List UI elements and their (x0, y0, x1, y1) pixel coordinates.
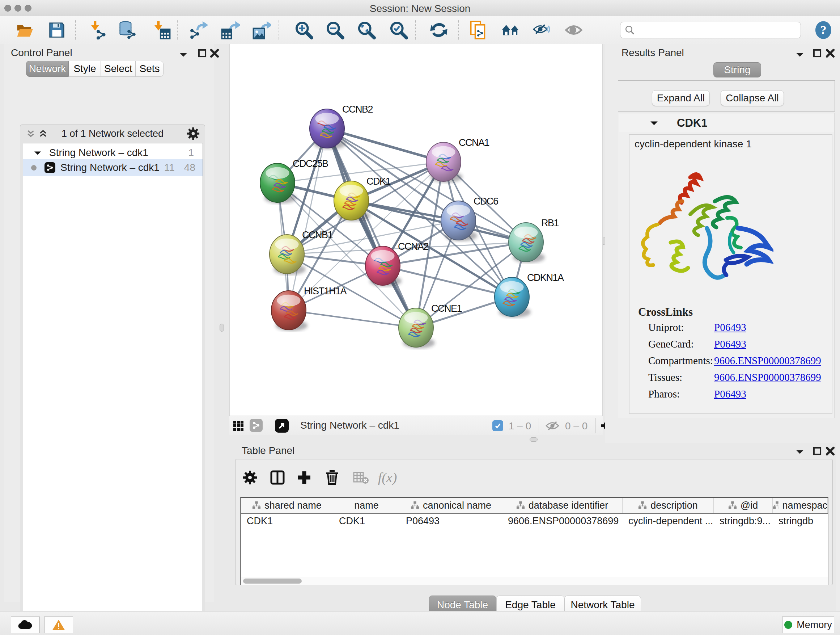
table-hscrollbar[interactable] (240, 577, 829, 585)
network-type-share-icon[interactable] (249, 419, 263, 432)
table-columns-icon[interactable] (267, 467, 287, 488)
export-table-icon[interactable] (219, 19, 242, 41)
tab-string[interactable]: String (714, 62, 761, 78)
edge-HIST1H1A-CCNE1[interactable] (289, 310, 416, 328)
memory-button[interactable]: Memory (782, 616, 834, 633)
edge-CCNB2-CCNE1[interactable] (327, 128, 416, 328)
results-panel-menu-caret-icon[interactable] (796, 52, 804, 57)
export-network-icon[interactable] (187, 19, 210, 41)
zoom-fit-icon[interactable] (355, 19, 378, 41)
tab-sets[interactable]: Sets (136, 61, 164, 77)
string-home-icon[interactable] (499, 19, 522, 41)
entry-header[interactable]: CDK1 (619, 114, 834, 132)
control-panel-float-icon[interactable] (197, 49, 207, 58)
view-network-title: String Network – cdk1 (300, 420, 399, 431)
node-table[interactable]: shared namenamecanonical namedatabase id… (240, 497, 829, 577)
node-CCNA2[interactable] (365, 246, 401, 287)
cell-canonical-name[interactable]: P06493 (400, 514, 502, 529)
network-options-gear-icon[interactable] (187, 127, 200, 140)
crosslink-label: Pharos: (648, 388, 714, 400)
results-entry-box: CDK1 cyclin-dependent kinase 1 (618, 113, 835, 418)
table-row[interactable]: CDK1CDK1P064939606.ENSP00000378699cyclin… (241, 514, 828, 529)
toolbar-separator (75, 20, 76, 40)
column-header-name[interactable]: name (333, 498, 400, 513)
column-header-namespac[interactable]: namespac (773, 498, 828, 513)
node-CCNA1[interactable] (426, 142, 462, 182)
crosslink-link[interactable]: 9606.ENSP00000378699 (714, 371, 821, 383)
node-CCNB1[interactable] (270, 234, 306, 275)
node-CDKN1A[interactable] (494, 277, 531, 318)
table-panel-float-icon[interactable] (813, 447, 822, 456)
results-panel-float-icon[interactable] (813, 49, 822, 58)
table-panel-menu-caret-icon[interactable] (796, 449, 804, 454)
node-RB1[interactable] (508, 223, 545, 263)
cloud-status-button[interactable] (11, 616, 40, 633)
collapse-all-button[interactable]: Collapse All (721, 90, 784, 106)
left-splitter-grip[interactable] (219, 324, 224, 332)
open-session-icon[interactable] (13, 19, 36, 41)
node-CDK1[interactable] (334, 181, 370, 221)
import-table-icon[interactable] (150, 19, 172, 41)
export-image-icon[interactable] (251, 19, 273, 41)
column-header-shared-name[interactable]: shared name (241, 498, 333, 513)
expand-all-button[interactable]: Expand All (652, 90, 710, 106)
network-row-selected[interactable]: String Network – cdk1 11 48 (23, 159, 202, 176)
table-gear-icon[interactable] (240, 467, 260, 488)
tab-select[interactable]: Select (101, 61, 136, 77)
control-panel-menu-caret-icon[interactable] (180, 52, 187, 57)
refresh-icon[interactable] (428, 19, 450, 41)
crosslink-link[interactable]: P06493 (714, 321, 746, 333)
zoom-out-icon[interactable] (324, 19, 346, 41)
node-CCNB2[interactable] (309, 109, 346, 149)
table-hscrollbar-thumb[interactable] (243, 578, 302, 584)
results-panel-close-icon[interactable] (826, 49, 835, 58)
crosslink-link[interactable]: 9606.ENSP00000378699 (714, 355, 821, 366)
open-in-window-icon[interactable] (275, 419, 289, 432)
search-box[interactable] (620, 22, 801, 38)
network-graph[interactable]: CCNB2CCNA1CDC25BCDK1CDC6RB1CCNB1CCNA2CDK… (230, 44, 602, 415)
warnings-button[interactable] (44, 616, 73, 633)
cell-namespac[interactable]: stringdb (773, 514, 828, 529)
horizontal-splitter-grip[interactable] (530, 437, 538, 442)
collection-expand-caret-icon[interactable] (34, 150, 41, 155)
save-session-icon[interactable] (46, 19, 68, 41)
hidden-node-edge-counts: 0 – 0 (565, 420, 587, 432)
table-delete-icon[interactable] (322, 467, 342, 488)
crosslink-link[interactable]: P06493 (714, 338, 746, 350)
cell-shared-name[interactable]: CDK1 (241, 514, 333, 529)
node-CCNE1[interactable] (399, 308, 435, 348)
search-input[interactable] (635, 25, 794, 36)
cell-database-identifier[interactable]: 9606.ENSP00000378699 (502, 514, 622, 529)
selected-checkbox[interactable] (493, 420, 503, 431)
column-header-database-identifier[interactable]: database identifier (502, 498, 622, 513)
clone-network-icon[interactable] (467, 19, 490, 41)
import-network-database-icon[interactable] (117, 19, 139, 41)
cell-@id[interactable]: stringdb:9... (714, 514, 773, 529)
help-icon[interactable]: ? (812, 19, 835, 41)
control-panel-close-icon[interactable] (210, 49, 219, 58)
node-CDC6[interactable] (441, 201, 477, 241)
edge-CCNB2-HIST1H1A[interactable] (289, 128, 327, 310)
table-add-icon[interactable] (294, 467, 314, 488)
column-header-description[interactable]: description (622, 498, 714, 513)
network-collection-row[interactable]: String Network – cdk1 1 (23, 146, 202, 159)
zoom-selected-icon[interactable] (387, 19, 410, 41)
node-HIST1H1A[interactable] (271, 291, 308, 331)
column-header-@id[interactable]: @id (714, 498, 773, 513)
birds-eye-grid-icon[interactable] (233, 420, 244, 431)
column-header-canonical-name[interactable]: canonical name (400, 498, 502, 513)
crosslink-link[interactable]: P06493 (714, 388, 746, 400)
entry-collapse-caret-icon[interactable] (650, 120, 658, 126)
network-canvas[interactable]: CCNB2CCNA1CDC25BCDK1CDC6RB1CCNB1CCNA2CDK… (229, 44, 603, 416)
hide-selected-icon[interactable] (531, 19, 553, 41)
table-function-builder-icon: f(x) (377, 467, 398, 488)
import-network-file-icon[interactable] (87, 19, 109, 41)
table-panel-close-icon[interactable] (826, 447, 835, 456)
tab-network[interactable]: Network (26, 61, 69, 77)
node-label: CDC6 (474, 196, 498, 207)
cell-description[interactable]: cyclin-dependent ... (622, 514, 714, 529)
tab-style[interactable]: Style (69, 61, 101, 77)
cell-name[interactable]: CDK1 (333, 514, 400, 529)
zoom-in-icon[interactable] (293, 19, 315, 41)
show-panel-eye-icon[interactable] (562, 19, 585, 41)
